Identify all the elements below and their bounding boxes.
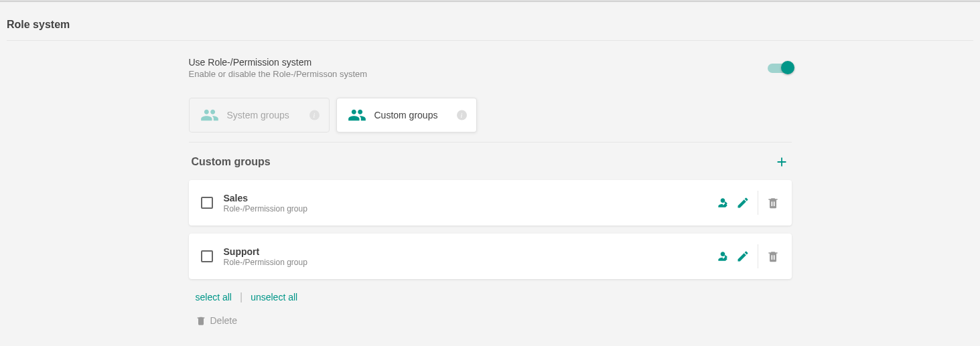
group-name: Sales: [224, 193, 716, 203]
bulk-delete-button[interactable]: Delete: [189, 315, 792, 326]
group-row-support: Support Role-/Permission group: [189, 234, 792, 279]
group-row-sales: Sales Role-/Permission group: [189, 180, 792, 226]
group-subtitle: Role-/Permission group: [224, 258, 716, 267]
delete-button[interactable]: [766, 196, 780, 209]
role-system-toggle-row: Use Role-/Permission system Enable or di…: [189, 57, 792, 79]
action-divider: [758, 191, 758, 215]
group-actions: [716, 191, 780, 215]
checkbox[interactable]: [201, 197, 213, 209]
delete-button[interactable]: [766, 250, 780, 263]
add-group-button[interactable]: [774, 155, 789, 169]
tab-system-groups[interactable]: System groups i: [189, 98, 330, 133]
unselect-all-button[interactable]: unselect all: [251, 292, 297, 302]
action-divider: [758, 244, 758, 268]
group-subtitle: Role-/Permission group: [224, 204, 716, 213]
toggle-title: Use Role-/Permission system: [189, 57, 368, 68]
content-area: Use Role-/Permission system Enable or di…: [189, 41, 792, 342]
edit-members-button[interactable]: [716, 196, 729, 209]
tab-custom-groups[interactable]: Custom groups i: [336, 98, 477, 133]
group-name: Support: [224, 246, 716, 257]
toggle-text: Use Role-/Permission system Enable or di…: [189, 57, 368, 79]
edit-button[interactable]: [736, 250, 750, 263]
group-tabs: System groups i Custom groups i: [189, 98, 792, 133]
group-info[interactable]: Sales Role-/Permission group: [224, 193, 716, 213]
role-system-toggle[interactable]: [768, 64, 792, 73]
info-icon[interactable]: i: [309, 110, 320, 120]
group-actions: [716, 244, 780, 268]
trash-icon: [196, 315, 206, 326]
users-icon: [348, 108, 366, 122]
separator: |: [240, 291, 242, 303]
edit-button[interactable]: [736, 196, 750, 209]
users-icon: [200, 108, 219, 122]
tab-label: Custom groups: [374, 110, 438, 120]
section-divider: [189, 142, 792, 143]
edit-members-button[interactable]: [716, 250, 729, 263]
toggle-knob: [781, 61, 794, 74]
checkbox[interactable]: [201, 250, 213, 262]
section-title: Custom groups: [192, 156, 271, 168]
select-all-button[interactable]: select all: [196, 292, 232, 302]
delete-label: Delete: [210, 315, 237, 326]
selection-actions: select all | unselect all: [189, 291, 792, 303]
tab-label: System groups: [227, 110, 289, 120]
group-info[interactable]: Support Role-/Permission group: [224, 246, 716, 267]
info-icon[interactable]: i: [457, 110, 467, 120]
toggle-subtitle: Enable or disable the Role-/Permisson sy…: [189, 69, 368, 79]
section-header: Custom groups: [189, 155, 792, 169]
page-title: Role system: [0, 2, 980, 40]
